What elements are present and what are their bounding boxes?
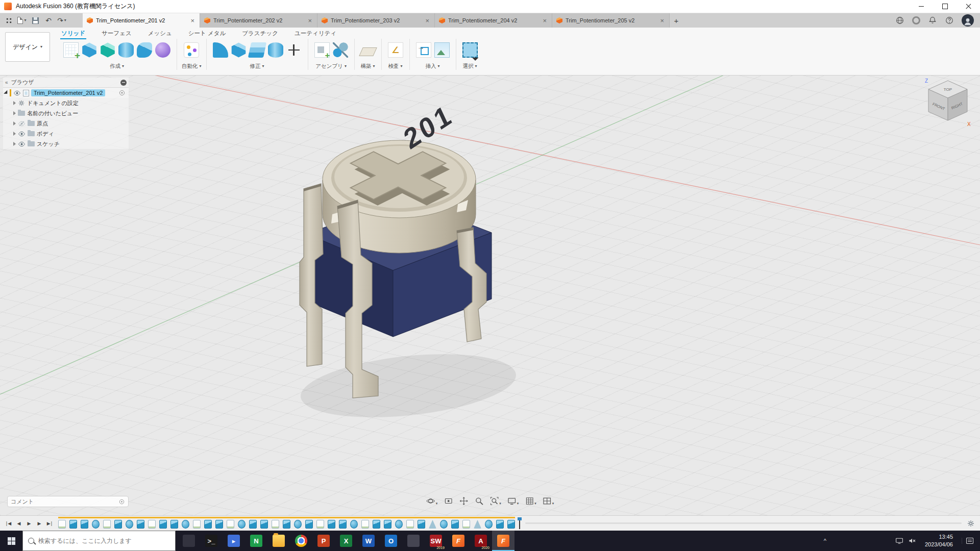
measure-tool[interactable] <box>388 42 403 58</box>
timeline-feature[interactable] <box>462 520 470 529</box>
ribbon-tab[interactable]: メッシュ <box>147 28 173 39</box>
tray-icon-pink[interactable] <box>831 539 836 543</box>
automate-tool[interactable] <box>184 42 199 58</box>
comment-target-icon[interactable] <box>118 498 125 505</box>
tray-icon-red[interactable] <box>877 539 881 543</box>
viewport-3d[interactable]: 201 « ブラウザ Trim_Potentiometer_201 v2 <box>0 76 980 515</box>
expander-collapsed-icon[interactable] <box>13 132 16 136</box>
browser-item-sketches[interactable]: スケッチ <box>3 139 129 149</box>
browser-item-document-settings[interactable]: ドキュメントの設定 <box>3 98 129 108</box>
user-avatar[interactable] <box>962 14 974 27</box>
close-window-button[interactable] <box>957 0 980 13</box>
close-tab-icon[interactable]: × <box>424 17 430 24</box>
taskbar-app-fusion-360-active[interactable]: F <box>492 531 514 551</box>
document-tab[interactable]: Trim_Potentiometer_204 v2 × <box>435 13 552 28</box>
timeline-feature[interactable] <box>92 520 100 529</box>
timeline-feature[interactable] <box>249 520 257 529</box>
tray-icon-amber[interactable] <box>886 539 891 543</box>
timeline-position-marker[interactable] <box>519 518 520 529</box>
taskbar-app-terminal[interactable]: >_ <box>200 531 223 551</box>
select-tool[interactable] <box>462 42 478 58</box>
taskbar-clock[interactable]: 13:45 2023/04/06 <box>921 533 957 548</box>
construction-plane-tool[interactable] <box>359 47 377 56</box>
view-cube[interactable]: Z TOP FRONT RIGHT X <box>920 76 976 130</box>
ribbon-tab[interactable]: ソリッド <box>60 28 86 39</box>
timeline-feature[interactable] <box>283 520 290 529</box>
group-label-create[interactable]: 作成▾ <box>110 61 124 70</box>
notification-bell-icon[interactable] <box>928 16 937 25</box>
revolve-tool[interactable] <box>100 42 115 58</box>
timeline-feature[interactable] <box>126 520 133 529</box>
workspace-selector[interactable]: デザイン ▾ <box>5 32 50 62</box>
tray-icon-green[interactable] <box>840 539 845 543</box>
browser-item-origin[interactable]: 原点 <box>3 118 129 129</box>
timeline-feature[interactable] <box>328 520 335 529</box>
tray-icon-purple[interactable] <box>868 539 872 543</box>
timeline-feature[interactable] <box>114 520 122 529</box>
timeline-feature[interactable] <box>182 520 189 529</box>
taskbar-app-chrome[interactable] <box>290 531 312 551</box>
timeline-feature[interactable] <box>429 520 436 529</box>
timeline-feature[interactable] <box>227 520 234 529</box>
press-pull-tool[interactable] <box>231 42 247 58</box>
ribbon-tab[interactable]: サーフェス <box>101 28 133 39</box>
taskbar-app-word[interactable]: W <box>357 531 380 551</box>
group-label-assemble[interactable]: アセンブリ▾ <box>315 61 347 70</box>
cylinder-tool[interactable] <box>118 42 134 58</box>
close-tab-icon[interactable]: × <box>189 17 195 24</box>
volume-tray-icon[interactable] <box>908 537 916 545</box>
move-copy-tool[interactable] <box>286 42 302 58</box>
timeline-feature[interactable] <box>485 520 493 529</box>
step-back-button[interactable]: ◀ <box>14 518 23 529</box>
group-label-automate[interactable]: 自動化▾ <box>182 61 202 70</box>
taskbar-app-excel[interactable]: X <box>335 531 357 551</box>
action-center-button[interactable] <box>962 538 977 544</box>
timeline-feature[interactable] <box>58 520 66 529</box>
play-button[interactable]: ▶ <box>24 518 34 529</box>
timeline-track[interactable] <box>525 522 962 524</box>
go-to-start-button[interactable]: |◀ <box>4 518 13 529</box>
minimize-button[interactable] <box>910 0 933 13</box>
visibility-eye-icon[interactable] <box>18 130 26 138</box>
look-at-icon[interactable] <box>442 495 455 507</box>
group-label-modify[interactable]: 修正▾ <box>250 61 264 70</box>
visibility-eye-off-icon[interactable] <box>18 120 26 128</box>
timeline-rollback-bar[interactable] <box>58 517 515 518</box>
pan-icon[interactable] <box>457 495 470 507</box>
timeline-feature[interactable] <box>260 520 268 529</box>
taskbar-app-autocad[interactable]: A 2020 <box>470 531 492 551</box>
timeline-feature[interactable] <box>170 520 178 529</box>
create-sketch-tool[interactable] <box>63 42 79 58</box>
expander-collapsed-icon[interactable] <box>13 111 16 115</box>
timeline-feature[interactable] <box>496 520 504 529</box>
taskbar-app-photos[interactable] <box>178 531 200 551</box>
timeline-feature[interactable] <box>215 520 223 529</box>
search-input[interactable] <box>38 537 170 544</box>
timeline-feature[interactable] <box>440 520 448 529</box>
app-grid-button[interactable] <box>2 14 15 27</box>
close-tab-icon[interactable]: × <box>659 17 665 24</box>
close-tab-icon[interactable]: × <box>307 17 313 24</box>
group-label-insert[interactable]: 挿入▾ <box>426 61 440 70</box>
timeline-feature[interactable] <box>305 520 313 529</box>
form-tool[interactable] <box>155 42 170 58</box>
timeline-feature[interactable] <box>373 520 380 529</box>
root-component-label[interactable]: Trim_Potentiometer_201 v2 <box>31 89 105 96</box>
display-settings-icon[interactable]: ▾ <box>505 495 521 507</box>
joint-tool[interactable] <box>333 42 348 58</box>
redo-button[interactable]: ↷▾ <box>55 14 68 27</box>
taskbar-app-file-explorer[interactable] <box>267 531 290 551</box>
viewports-icon[interactable]: ▾ <box>541 495 556 507</box>
zoom-icon[interactable] <box>472 495 485 507</box>
maximize-button[interactable] <box>933 0 957 13</box>
timeline-feature[interactable] <box>193 520 201 529</box>
timeline-feature[interactable] <box>384 520 391 529</box>
taskbar-app-utility[interactable] <box>402 531 425 551</box>
undo-button[interactable]: ↶ <box>42 14 55 27</box>
collapse-browser-icon[interactable]: « <box>5 80 8 85</box>
timeline-feature[interactable] <box>159 520 167 529</box>
expander-collapsed-icon[interactable] <box>13 101 16 105</box>
document-tab[interactable]: Trim_Potentiometer_201 v2 × <box>83 13 200 28</box>
timeline-feature[interactable] <box>103 520 111 529</box>
group-label-construct[interactable]: 構築▾ <box>361 61 375 70</box>
